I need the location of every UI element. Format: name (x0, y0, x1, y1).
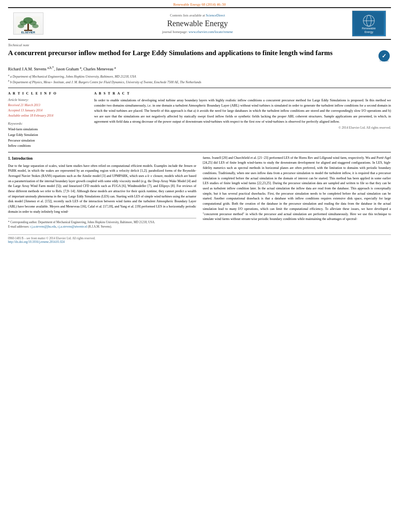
keyword-3: Precursor simulation (8, 139, 35, 142)
body-paragraph-2: farms. Ivanell [20] and Churchfield et a… (203, 156, 391, 222)
affiliations: a a Department of Mechanical Engineering… (8, 73, 391, 84)
accepted-date: Accepted 13 January 2014 (8, 109, 43, 112)
journal-homepage: journal homepage: www.elsevier.com/locat… (44, 30, 351, 34)
elsevier-logo-area: ELSEVIER (12, 12, 44, 35)
sciencedirect-link[interactable]: ScienceDirect (206, 13, 225, 17)
crossmark-area: ✓ CrossMark (377, 49, 391, 63)
body-section: 1. Introduction Due to the large separat… (8, 156, 391, 229)
elsevier-tree-svg: ELSEVIER (16, 16, 40, 33)
abstract-text: In order to enable simulations of develo… (94, 98, 391, 124)
email2-link[interactable]: r.j.a.stevens@utwente.nl (58, 225, 87, 228)
svg-text:ELSEVIER: ELSEVIER (21, 31, 35, 33)
keyword-2: Large Eddy Simulation (8, 133, 38, 137)
contents-line: Contents lists available at ScienceDirec… (44, 13, 351, 17)
homepage-link[interactable]: www.elsevier.com/locate/renene (189, 30, 233, 34)
svg-point-5 (32, 24, 39, 28)
citation-text: Renewable Energy 68 (2014) 46–50 (173, 2, 226, 6)
journal-header: ELSEVIER Contents lists available at Sci… (8, 7, 391, 40)
abstract-heading: A B S T R A C T (94, 91, 391, 95)
section-divider (8, 152, 391, 152)
title-area: A concurrent precursor inflow method for… (8, 49, 391, 63)
history-label: Article history: (8, 98, 88, 102)
re-logo-svg: Renewable Energy (354, 12, 384, 35)
email1-link[interactable]: r.j.a.stevens@jhu.edu (30, 225, 56, 228)
authors-line: Richard J.A.M. Stevens a,b,*, Jason Grah… (8, 66, 391, 71)
citation-bar: Renewable Energy 68 (2014) 46–50 (0, 0, 399, 7)
keywords-list: Wind-farm simulations Large Eddy Simulat… (8, 127, 88, 148)
keyword-1: Wind-farm simulations (8, 127, 38, 131)
re-logo-box: Renewable Energy (352, 10, 386, 37)
footnote-area: * Corresponding author. Department of Me… (8, 218, 196, 229)
svg-text:✓: ✓ (382, 53, 387, 59)
received-date: Received 21 March 2013 (8, 103, 40, 107)
footnote-corresponding: * Corresponding author. Department of Me… (8, 220, 196, 224)
bottom-bar: 0960-1481/$ – see front matter © 2014 El… (8, 234, 391, 244)
available-date: Available online 18 February 2014 (8, 114, 53, 117)
keyword-4: Inflow conditions (8, 144, 31, 148)
article-info-col: A R T I C L E I N F O Article history: R… (8, 91, 88, 149)
doi-line: http://dx.doi.org/10.1016/j.renene.2014.… (8, 240, 391, 244)
abstract-col: A B S T R A C T In order to enable simul… (94, 91, 391, 149)
article-info-heading: A R T I C L E I N F O (8, 91, 88, 95)
svg-text:CrossMark: CrossMark (380, 60, 389, 62)
crossmark-icon: ✓ CrossMark (378, 49, 391, 62)
main-content: Technical note A concurrent precursor in… (8, 40, 391, 232)
article-dates: Received 21 March 2013 Accepted 13 Janua… (8, 103, 88, 118)
footnote-email: E-mail addresses: r.j.a.stevens@jhu.edu,… (8, 224, 196, 229)
doi-link[interactable]: http://dx.doi.org/10.1016/j.renene.2014.… (8, 240, 64, 244)
svg-rect-6 (27, 24, 29, 30)
copyright-line: © 2014 Elsevier Ltd. All rights reserved… (94, 126, 391, 129)
body-left-col: 1. Introduction Due to the large separat… (8, 156, 196, 229)
body-paragraph-1: Due to the large separation of scales, w… (8, 164, 196, 215)
section-1-title: 1. Introduction (8, 156, 196, 162)
info-abstract-section: A R T I C L E I N F O Article history: R… (8, 88, 391, 149)
re-logo-area: Renewable Energy (351, 10, 387, 37)
journal-center-info: Contents lists available at ScienceDirec… (44, 13, 351, 34)
svg-text:Renewable: Renewable (362, 27, 376, 30)
elsevier-logo: ELSEVIER (13, 12, 43, 35)
keywords-label: Keywords: (8, 121, 88, 125)
body-right-col: farms. Ivanell [20] and Churchfield et a… (203, 156, 391, 229)
paper-title: A concurrent precursor inflow method for… (8, 49, 373, 58)
article-type: Technical note (8, 43, 391, 47)
journal-title: Renewable Energy (44, 19, 351, 28)
issn-line: 0960-1481/$ – see front matter © 2014 El… (8, 236, 391, 240)
svg-text:Energy: Energy (364, 31, 373, 34)
svg-point-4 (18, 24, 24, 28)
